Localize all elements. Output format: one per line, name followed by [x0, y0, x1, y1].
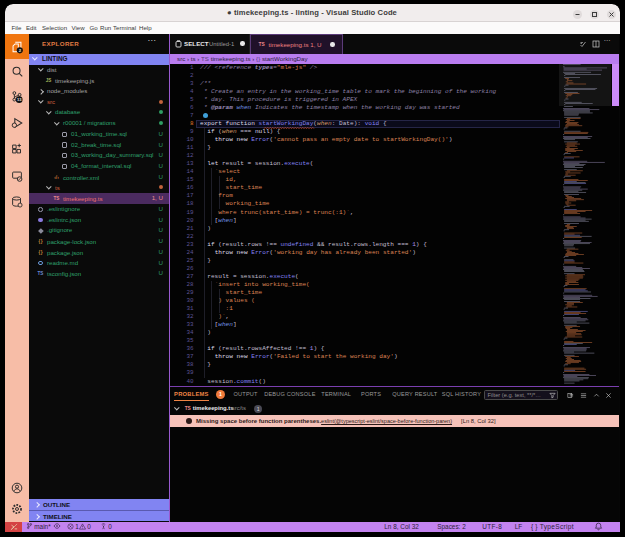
- svg-text:13: 13: [17, 97, 22, 102]
